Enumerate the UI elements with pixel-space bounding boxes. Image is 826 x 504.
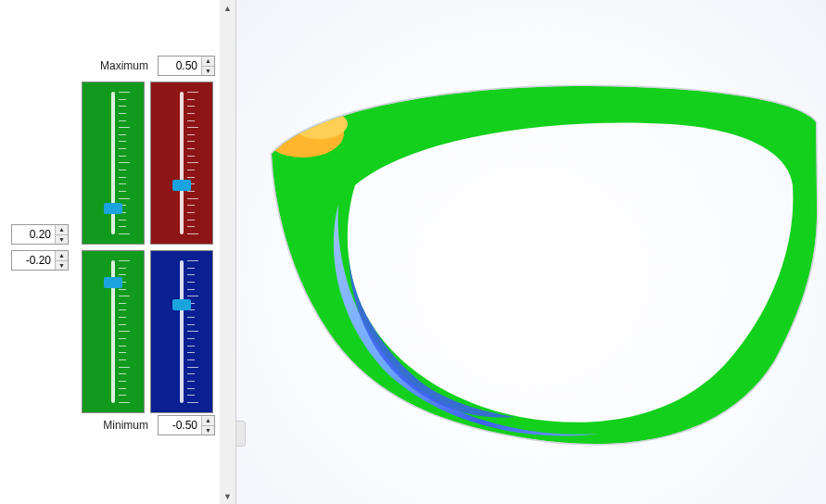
maximum-label: Maximum: [100, 59, 148, 72]
slider-ticks: [119, 260, 145, 403]
upper-step-down-icon[interactable]: ▼: [56, 235, 68, 245]
slider-thumb[interactable]: [172, 299, 191, 310]
maximum-row: Maximum ▲ ▼: [0, 56, 221, 76]
upper-step-up-icon[interactable]: ▲: [56, 225, 68, 235]
minimum-label: Minimum: [103, 419, 148, 432]
maximum-spinner[interactable]: ▲ ▼: [158, 56, 215, 76]
minimum-input[interactable]: [159, 416, 201, 435]
color-range-sliders: [82, 82, 213, 413]
max-step-up-icon[interactable]: ▲: [202, 57, 214, 67]
scroll-up-icon[interactable]: ▲: [220, 0, 235, 16]
slider-thumb[interactable]: [104, 203, 122, 214]
panel-resize-grip[interactable]: [236, 421, 246, 447]
lower-step-up-icon[interactable]: ▲: [56, 251, 68, 261]
slider-track: [180, 260, 184, 403]
upper-threshold-input[interactable]: [12, 225, 55, 244]
bridge-region: [800, 117, 819, 220]
sidebar-panel: ▲ ▼ Maximum ▲ ▼ ▲ ▼: [0, 0, 236, 504]
lower-step-down-icon[interactable]: ▼: [56, 261, 68, 271]
slider-ticks: [187, 92, 213, 234]
slider-upper-green[interactable]: [82, 82, 145, 245]
lower-threshold-spinner[interactable]: ▲ ▼: [11, 250, 69, 271]
upper-threshold-spinner[interactable]: ▲ ▼: [11, 224, 69, 245]
sidebar-content: Maximum ▲ ▼ ▲ ▼: [0, 0, 221, 504]
slider-ticks: [119, 92, 145, 234]
slider-upper-red[interactable]: [150, 82, 213, 245]
lower-threshold-input[interactable]: [12, 251, 55, 270]
deviation-model: [246, 65, 820, 454]
slider-thumb[interactable]: [172, 180, 191, 191]
deviation-ok-region: [272, 86, 817, 444]
threshold-spinners: ▲ ▼ ▲ ▼: [11, 224, 69, 271]
max-step-down-icon[interactable]: ▼: [202, 67, 214, 76]
viewport-3d[interactable]: [236, 0, 826, 504]
app-root: ▲ ▼ Maximum ▲ ▼ ▲ ▼: [0, 0, 826, 504]
deviation-high-region: [292, 109, 348, 139]
slider-lower-blue[interactable]: [150, 250, 213, 413]
slider-lower-green[interactable]: [82, 250, 145, 413]
minimum-spinner[interactable]: ▲ ▼: [158, 415, 215, 435]
min-step-down-icon[interactable]: ▼: [202, 426, 214, 435]
slider-track: [180, 92, 184, 234]
min-step-up-icon[interactable]: ▲: [202, 416, 214, 426]
slider-ticks: [187, 260, 213, 403]
slider-thumb[interactable]: [104, 277, 122, 288]
minimum-row: Minimum ▲ ▼: [0, 415, 221, 435]
maximum-input[interactable]: [159, 57, 201, 75]
scroll-down-icon[interactable]: ▼: [220, 488, 235, 504]
sidebar-scrollbar[interactable]: ▲ ▼: [220, 0, 235, 504]
